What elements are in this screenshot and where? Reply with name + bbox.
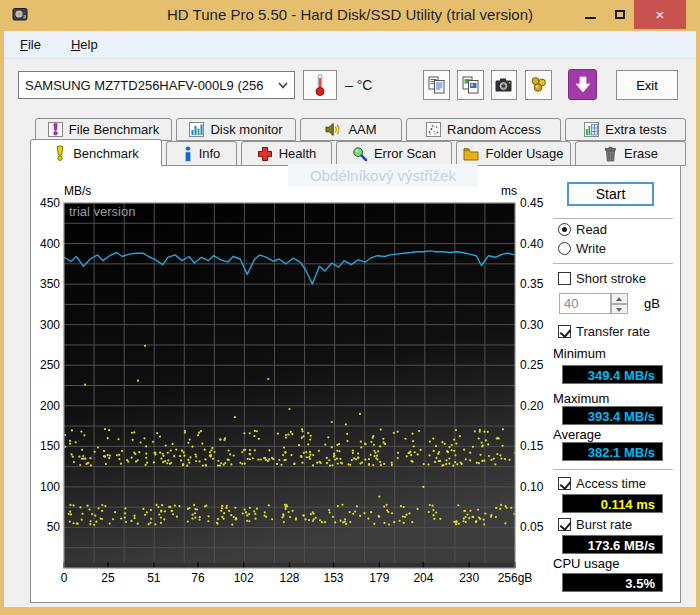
random-access-icon [426,122,441,137]
benchmark-side-panel: Start Read Write Short stroke 40 [31,166,680,602]
access-time-value: 0.114 ms [562,494,663,513]
folder-usage-icon [463,147,479,161]
menubar: File Help [4,31,696,59]
tab-health[interactable]: Health [241,141,332,166]
maximum-label: Maximum [553,391,609,406]
separator [553,263,673,265]
read-label: Read [576,222,607,237]
minimum-value: 349.4 MB/s [562,365,663,384]
access-time-row[interactable]: Access time [558,476,646,491]
burst-rate-label: Burst rate [576,517,632,532]
app-window: HD Tune Pro 5.50 - Hard Disk/SSD Utility… [0,0,700,615]
thermometer-icon [312,73,328,97]
erase-icon [603,146,618,162]
burst-rate-checkbox[interactable] [558,518,571,531]
chevron-down-icon [278,82,288,89]
tab-extra-tests[interactable]: Extra tests [565,118,686,141]
minimize-button[interactable] [576,0,604,28]
access-time-label: Access time [576,476,646,491]
drive-select-value: SAMSUNG MZ7TD256HAFV-000L9 (256 [25,78,278,93]
read-radio-row[interactable]: Read [558,222,607,237]
close-icon: × [656,6,665,23]
drive-select[interactable]: SAMSUNG MZ7TD256HAFV-000L9 (256 [18,71,295,99]
stepper-up-icon[interactable] [611,293,628,304]
copy-text-button[interactable] [423,70,450,100]
tab-disk-monitor[interactable]: Disk monitor [176,118,296,141]
separator [553,218,673,220]
camera-icon [494,76,514,94]
short-stroke-size-input[interactable]: 40 [559,293,611,314]
tab-benchmark[interactable]: Benchmark [30,139,162,167]
short-stroke-label: Short stroke [576,271,646,286]
tab-file-benchmark[interactable]: File Benchmark [35,118,172,141]
menu-file[interactable]: File [18,35,43,54]
minimize-icon [585,17,596,19]
write-label: Write [576,241,606,256]
maximum-value: 393.4 MB/s [562,406,663,425]
cpu-usage-label: CPU usage [553,556,619,571]
tab-aam[interactable]: AAM [300,118,402,141]
health-icon [257,146,273,162]
temperature-readout: – °C [345,77,372,93]
info-icon [183,146,193,162]
short-stroke-stepper[interactable] [611,293,628,314]
transfer-rate-checkbox[interactable] [558,325,571,338]
disk-monitor-icon [189,122,204,137]
start-button[interactable]: Start [567,182,654,206]
cpu-usage-value: 3.5% [562,573,663,592]
download-arrow-icon [574,75,592,95]
snip-watermark: Obdélníkový výstřižek [288,164,478,187]
average-label: Average [553,427,601,442]
temperature-button[interactable] [303,70,337,100]
tab-info[interactable]: Info [166,141,237,166]
copy-image-icon [461,75,481,95]
write-radio-row[interactable]: Write [558,241,606,256]
close-button[interactable]: × [634,0,686,29]
file-benchmark-icon [48,122,63,137]
minimum-label: Minimum [553,346,606,361]
temperature-value: – [345,77,353,93]
transfer-rate-label: Transfer rate [576,324,650,339]
download-button[interactable] [568,69,597,100]
copy-image-button[interactable] [457,70,484,100]
menu-help[interactable]: Help [69,35,100,54]
save-button[interactable] [525,70,552,100]
benchmark-page: Obdélníkový výstřižek trial version45040… [30,165,681,603]
extra-tests-icon [584,122,599,137]
benchmark-icon [53,145,67,161]
titlebar: HD Tune Pro 5.50 - Hard Disk/SSD Utility… [0,0,700,31]
error-scan-icon [352,146,368,162]
tab-row-secondary: File Benchmark Disk monitor AAM Random A… [35,118,686,141]
access-time-checkbox[interactable] [558,477,571,490]
separator [553,469,673,471]
short-stroke-checkbox[interactable] [558,272,571,285]
stepper-down-icon[interactable] [611,304,628,315]
burst-rate-value: 173.6 MB/s [562,535,663,554]
save-icon [529,75,549,95]
transfer-rate-row[interactable]: Transfer rate [558,324,650,339]
burst-rate-row[interactable]: Burst rate [558,517,632,532]
tab-random-access[interactable]: Random Access [406,118,561,141]
tab-folder-usage[interactable]: Folder Usage [456,141,571,166]
short-stroke-unit: gB [644,296,660,311]
screenshot-button[interactable] [491,70,517,100]
exit-button[interactable]: Exit [616,70,678,100]
temperature-unit: °C [357,77,373,93]
read-radio[interactable] [558,223,571,236]
maximize-button[interactable] [606,0,634,28]
tab-error-scan[interactable]: Error Scan [336,141,452,166]
copy-text-icon [427,75,447,95]
client-area: File Help SAMSUNG MZ7TD256HAFV-000L9 (25… [4,31,696,607]
write-radio[interactable] [558,242,571,255]
tab-erase[interactable]: Erase [575,141,686,166]
maximize-icon [615,10,625,19]
average-value: 382.1 MB/s [562,442,663,461]
aam-icon [325,122,342,137]
short-stroke-row[interactable]: Short stroke [558,271,646,286]
